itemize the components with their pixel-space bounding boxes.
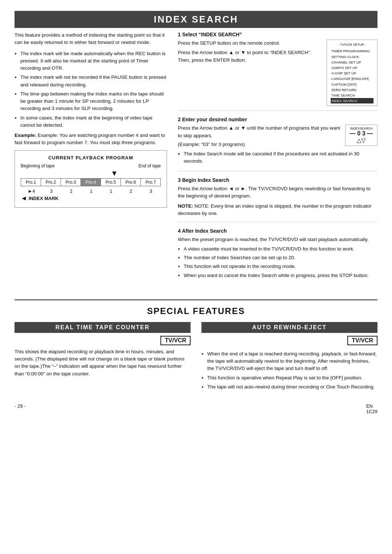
- special-features-header: SPECIAL FEATURES: [15, 306, 377, 316]
- example-text-content: Example: You are watching program number…: [15, 133, 165, 145]
- menu-title: - TV/VCR SETUP -: [331, 42, 373, 47]
- prog-2: Pro.2: [41, 179, 61, 186]
- are-tvvcr-badge: TV/VCR: [347, 336, 377, 345]
- rttc-content: This shows the elapsed recording or play…: [15, 348, 191, 378]
- index-search-display: INDEXSEARCH — 0 3 — △▽: [345, 125, 377, 146]
- num-2b: 2: [121, 188, 141, 194]
- example-paragraph: Example: Example: You are watching progr…: [15, 132, 167, 147]
- index-mark-label: ◄ INDEX MARK: [21, 195, 161, 202]
- menu-item-index-selected: INDEX SEARCH: [331, 98, 373, 103]
- section-divider: [15, 300, 377, 300]
- step4-bullet-2: The number of Index Searches can be set …: [184, 254, 377, 261]
- special-features-layout: REAL TIME TAPE COUNTER TV/VCR This shows…: [15, 322, 377, 392]
- step4-bullet-4: When you want to cancel the Index Search…: [184, 272, 377, 279]
- step-4-section: 4 After Index Search When the preset pro…: [178, 228, 377, 285]
- rttc-text: This shows the elapsed recording or play…: [15, 348, 191, 378]
- menu-item-vchip: V-CHIP SET UP: [331, 70, 373, 76]
- step2-bullets: The Index Search mode will be canceled i…: [184, 150, 377, 165]
- step4-bullets: A video cassette must be inserted in the…: [184, 245, 377, 279]
- prog-6: Pro.6: [121, 179, 141, 186]
- step3-note-text: NOTE: Every time an index signal is skip…: [178, 203, 372, 216]
- playback-diagram: CURRENT PLAYBACK PROGRAM Beginning of ta…: [15, 150, 167, 208]
- step-2-content: INDEXSEARCH — 0 3 — △▽ Press the Arrow b…: [178, 125, 377, 166]
- bullet-1: The index mark will be made automaticall…: [20, 50, 167, 72]
- step2-bullet1: The Index Search mode will be canceled i…: [184, 150, 377, 165]
- numbers-row: ►4 3 2 1 1 2 3: [21, 188, 161, 194]
- step3-text: Press the Arrow button ◄ or ►. The TV/VC…: [178, 185, 377, 200]
- menu-item-zero: ZERO RETURN: [331, 87, 373, 93]
- index-search-header: INDEX SEARCH: [15, 11, 377, 28]
- step3-note: NOTE: NOTE: Every time an index signal i…: [178, 203, 377, 217]
- rttc-header: REAL TIME TAPE COUNTER: [15, 322, 191, 333]
- are-bullet-1: When the end of a tape is reached during…: [207, 350, 377, 372]
- are-header: AUTO REWIND-EJECT: [201, 322, 377, 333]
- menu-item-timer: TIMER PROGRAMMING: [331, 48, 373, 54]
- step-4-title: 4 After Index Search: [178, 228, 377, 234]
- are-content: When the end of a tape is reached during…: [201, 350, 377, 391]
- bullet-4: In some cases, the index mark at the beg…: [20, 114, 167, 129]
- step-4-content: When the preset program is reached, the …: [178, 236, 377, 279]
- step4-bullet-1: A video cassette must be inserted in the…: [184, 245, 377, 253]
- prog-1: Pro.1: [21, 179, 41, 186]
- diagram-title: CURRENT PLAYBACK PROGRAM: [21, 155, 161, 160]
- current-program-arrow: ▼: [21, 169, 161, 178]
- prog-3: Pro.3: [61, 179, 81, 186]
- tape-end-label: End of tape: [139, 163, 161, 168]
- menu-item-users: USER'S SET UP: [331, 65, 373, 70]
- left-column: This feature provides a method of indexi…: [15, 32, 167, 291]
- step-2-title: 2 Enter your desired number: [178, 117, 377, 122]
- real-time-tape-counter-section: REAL TIME TAPE COUNTER TV/VCR This shows…: [15, 322, 191, 392]
- tape-labels: Beginning of tape End of tape: [21, 163, 161, 168]
- feature-bullets: The index mark will be made automaticall…: [20, 50, 167, 129]
- num-2: 2: [61, 188, 81, 194]
- prog-7: Pro.7: [141, 179, 160, 186]
- rttc-tvvcr-badge: TV/VCR: [160, 336, 191, 345]
- num-3: 3: [41, 188, 61, 194]
- num-4: ►4: [21, 188, 41, 194]
- auto-rewind-eject-section: AUTO REWIND-EJECT TV/VCR When the end of…: [201, 322, 377, 392]
- footer-lang-code: EN 1C29: [366, 403, 377, 414]
- menu-item-caption: CAPTION [OFF]: [331, 82, 373, 87]
- bullet-3: The time gap between making the index ma…: [20, 90, 167, 113]
- are-bullet-2: This function is operative when Repeat P…: [207, 374, 377, 382]
- are-bullets: When the end of a tape is reached during…: [207, 350, 377, 391]
- prog-4-highlighted: Pro.4: [81, 179, 101, 186]
- index-mark-arrow: ◄: [21, 195, 27, 202]
- menu-item-language: LANGUAGE [ENGLISH]: [331, 76, 373, 81]
- footer-code: 1C29: [366, 409, 377, 414]
- right-column: 1 Select “INDEX SEARCH” - TV/VCR SETUP -…: [178, 32, 377, 291]
- intro-text: This feature provides a method of indexi…: [15, 32, 167, 46]
- are-tvvcr-row: TV/VCR: [201, 336, 377, 348]
- footer-page-number: - 29 -: [15, 403, 25, 414]
- menu-item-channel: CHANNEL SET UP: [331, 60, 373, 65]
- step-2-section: 2 Enter your desired number INDEXSEARCH …: [178, 117, 377, 171]
- tape-start-label: Beginning of tape: [21, 163, 54, 168]
- step-1-title: 1 Select “INDEX SEARCH”: [178, 32, 377, 37]
- step4-bullet-3: This function will not operate in the re…: [184, 263, 377, 270]
- idx-display-icon: △▽: [350, 137, 373, 144]
- idx-display-title: INDEXSEARCH: [350, 127, 373, 130]
- step-3-content: Press the Arrow button ◄ or ►. The TV/VC…: [178, 185, 377, 217]
- num-3b: 3: [141, 188, 161, 194]
- step-1-section: 1 Select “INDEX SEARCH” - TV/VCR SETUP -…: [178, 32, 377, 111]
- num-1b: 1: [101, 188, 121, 194]
- idx-display-number: — 0 3 —: [350, 130, 373, 137]
- bullet-2: The index mark will not be recorded if t…: [20, 74, 167, 89]
- programs-row: Pro.1 Pro.2 Pro.3 Pro.4 Pro.5 Pro.6 Pro.…: [21, 178, 161, 186]
- step-3-title: 3 Begin Index Search: [178, 177, 377, 183]
- footer-lang: EN: [366, 403, 373, 409]
- step4-text1: When the preset program is reached, the …: [178, 236, 377, 243]
- menu-mockup: - TV/VCR SETUP - TIMER PROGRAMMING SETTI…: [327, 40, 377, 106]
- index-mark-text: INDEX MARK: [29, 196, 58, 201]
- menu-item-clock: SETTING CLOCK: [331, 54, 373, 60]
- are-bullet-3: The tape will not auto-rewind during tim…: [207, 383, 377, 391]
- step-3-section: 3 Begin Index Search Press the Arrow but…: [178, 177, 377, 222]
- rttc-tvvcr-row: TV/VCR: [15, 336, 191, 348]
- num-1a: 1: [81, 188, 101, 194]
- menu-item-time: TIME SEARCH: [331, 93, 373, 98]
- prog-5: Pro.5: [101, 179, 121, 186]
- page-footer: - 29 - EN 1C29: [15, 403, 377, 414]
- step-1-content: - TV/VCR SETUP - TIMER PROGRAMMING SETTI…: [178, 40, 377, 106]
